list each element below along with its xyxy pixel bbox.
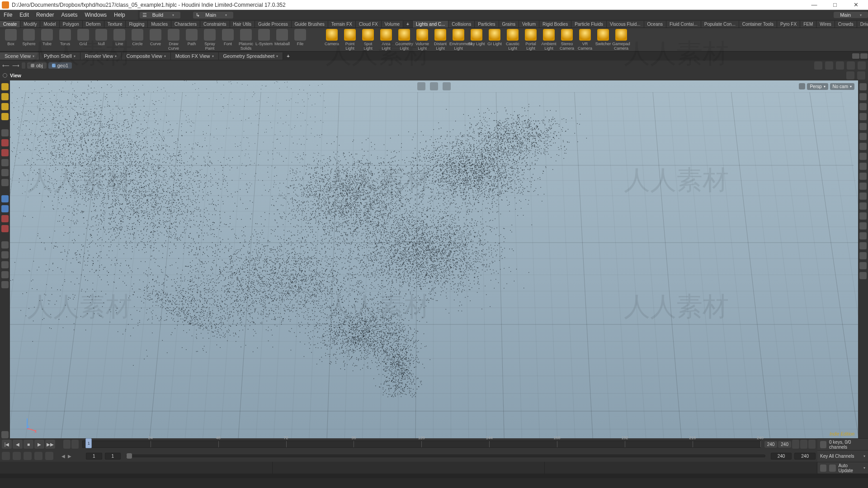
minimize-button[interactable]: — [804, 0, 825, 10]
pane-tab[interactable]: Composite View▾ [122, 52, 170, 60]
shelf-tab[interactable]: Guide Process [255, 21, 292, 28]
snap-curve-icon[interactable] [1, 205, 9, 212]
path-option-button[interactable] [836, 61, 844, 70]
realtime-button[interactable] [71, 440, 79, 449]
display-option-icon[interactable] [859, 163, 867, 170]
shelf-tool-switcher[interactable]: Switcher [594, 29, 612, 51]
view-options-icon[interactable] [1, 431, 9, 438]
shelf-tab[interactable]: Drive Simula... [857, 21, 868, 28]
shelf-tool-line[interactable]: Line [110, 29, 128, 51]
breadcrumb-obj[interactable]: obj [27, 62, 47, 69]
shelf-tool-torus[interactable]: Torus [56, 29, 74, 51]
snap-point-icon[interactable] [1, 215, 9, 222]
menu-help[interactable]: Help [110, 12, 129, 18]
shelf-tool-vr-camera[interactable]: VR Camera [576, 29, 594, 51]
shelf-tab[interactable]: Modify [20, 21, 40, 28]
end-frame-field-2[interactable]: 240 [778, 441, 791, 448]
shelf-tab[interactable]: Viscous Fluid... [607, 21, 644, 28]
channels-icon[interactable] [820, 441, 826, 448]
shelf-tab[interactable]: Collisions [448, 21, 475, 28]
display-option-icon[interactable] [859, 183, 867, 190]
shelf-tool-curve[interactable]: Curve [146, 29, 165, 51]
shelf-tool-grid[interactable]: Grid [74, 29, 92, 51]
shelf-tool-stereo-camera[interactable]: Stereo Camera [558, 29, 576, 51]
render-region-icon[interactable] [1, 261, 9, 268]
stop-button[interactable]: ■ [24, 440, 33, 449]
shelf-tool-file[interactable]: File [291, 29, 309, 51]
lock-tool-icon[interactable] [1, 139, 9, 146]
view-camera-dropdown[interactable]: No cam▾ [830, 83, 854, 90]
view-tool-icon[interactable] [1, 241, 9, 249]
shelf-tool-l-system[interactable]: L-System [255, 29, 273, 51]
range-start2-field[interactable]: 1 [105, 453, 121, 460]
shelf-tab[interactable]: Rigging [126, 21, 148, 28]
path-option-button[interactable] [858, 61, 866, 70]
shelf-tool-draw-curve[interactable]: Draw Curve [165, 29, 183, 51]
display-option-icon[interactable] [859, 133, 867, 140]
menu-file[interactable]: File [0, 12, 16, 18]
display-option-icon[interactable] [859, 143, 867, 150]
close-button[interactable]: ✕ [845, 0, 866, 10]
shelf-tab[interactable]: Particle Fluids [571, 21, 607, 28]
shelf-tool-camera[interactable]: Camera [323, 29, 341, 51]
nav-hierarchy-icon[interactable] [22, 62, 25, 69]
arrow-tool-icon[interactable] [1, 129, 9, 136]
range-option-icon[interactable] [45, 452, 53, 460]
view-projection-dropdown[interactable]: Persp▾ [807, 83, 828, 90]
display-option-icon[interactable] [859, 113, 867, 120]
shelf-tool-geometry-light[interactable]: Geometry Light [395, 29, 413, 51]
menu-windows[interactable]: Windows [81, 12, 110, 18]
shelf-tool-circle[interactable]: Circle [128, 29, 146, 51]
shelf-tool-portal-light[interactable]: Portal Light [522, 29, 540, 51]
shelf-tool-gamepad-camera[interactable]: Gamepad Camera [612, 29, 630, 51]
display-option-icon[interactable] [859, 93, 867, 100]
shelf-tab[interactable]: Deform [83, 21, 104, 28]
display-option-icon[interactable] [859, 83, 867, 90]
pane-tab[interactable]: Geometry Spreadsheet▾ [219, 52, 283, 60]
shelf-tab[interactable]: Model [40, 21, 59, 28]
view-tool-icon[interactable] [1, 251, 9, 258]
shelf-tool-ambient-light[interactable]: Ambient Light [540, 29, 558, 51]
pin-icon[interactable] [3, 73, 7, 78]
display-option-icon[interactable] [859, 173, 867, 180]
shelf-tab[interactable]: Guide Brushes [292, 21, 328, 28]
pane-tab[interactable]: Motion FX View▾ [171, 52, 219, 60]
timeline-opt-button[interactable] [808, 440, 816, 449]
nav-back-button[interactable]: ⟵ [2, 63, 10, 69]
maximize-button[interactable]: □ [825, 0, 845, 10]
shelf-tool-distant-light[interactable]: Distant Light [431, 29, 449, 51]
shelf-tab[interactable]: Vellum [519, 21, 539, 28]
shelf-tab[interactable]: Cloud FX [356, 21, 382, 28]
shelf-tab[interactable]: Lights and C... [413, 21, 448, 28]
select-dynamic-icon[interactable] [1, 103, 9, 110]
pane-tab[interactable]: Render View▾ [80, 52, 122, 60]
pane-tab[interactable]: Scene View▾ [0, 52, 39, 60]
first-frame-button[interactable]: |◀ [2, 440, 12, 449]
shelf-tab[interactable]: Texture [104, 21, 126, 28]
shelf-tool-volume-light[interactable]: Volume Light [413, 29, 431, 51]
shelf-tab[interactable]: Particles [475, 21, 499, 28]
prev-frame-button[interactable]: ◀ [13, 440, 23, 449]
shelf-tab[interactable]: Rigid Bodies [539, 21, 571, 28]
select-objects-icon[interactable] [1, 83, 9, 90]
last-frame-button[interactable]: ▶▶ [45, 440, 55, 449]
path-option-button[interactable] [825, 61, 833, 70]
shelf-tab[interactable]: Wires [816, 21, 835, 28]
shelf-tab[interactable]: Populate Con... [701, 21, 739, 28]
camera-lock-icon[interactable] [799, 83, 805, 89]
play-button[interactable]: ▶ [34, 440, 44, 449]
menu-render[interactable]: Render [33, 12, 57, 18]
shelf-tab[interactable]: Characters [171, 21, 200, 28]
timeline-opt-button[interactable] [792, 440, 799, 449]
display-option-icon[interactable] [859, 252, 867, 259]
shelf-tool-spot-light[interactable]: Spot Light [359, 29, 377, 51]
display-option-icon[interactable] [859, 153, 867, 160]
shelf-tab-add[interactable]: + [403, 21, 413, 28]
shelf-tab[interactable]: Pyro FX [777, 21, 800, 28]
shelf-tab[interactable]: Volume [382, 21, 403, 28]
shelf-tool-tube[interactable]: Tube [38, 29, 56, 51]
range-end2-field[interactable]: 240 [794, 453, 816, 460]
viewport-toggle-button[interactable] [857, 71, 865, 80]
display-option-icon[interactable] [859, 192, 867, 200]
display-option-icon[interactable] [859, 103, 867, 110]
